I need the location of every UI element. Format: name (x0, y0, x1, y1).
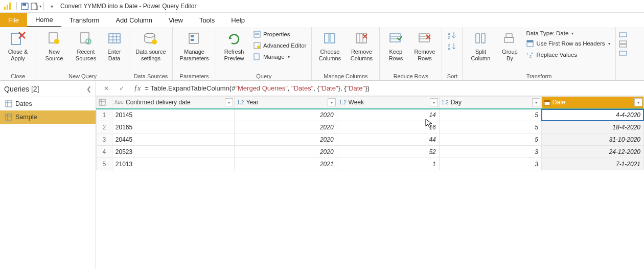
filter-icon[interactable]: ▾ (430, 98, 438, 106)
cell[interactable]: 1 (337, 158, 439, 170)
keep-rows-button[interactable]: Keep Rows (383, 29, 408, 62)
fx-icon[interactable]: ƒx (134, 84, 141, 93)
group-by-button[interactable]: Group By (497, 29, 522, 62)
qat-customize-icon[interactable]: ▾ (46, 1, 57, 11)
recent-sources-icon (77, 30, 95, 48)
save-icon[interactable] (19, 1, 30, 11)
cell[interactable]: 20445 (112, 133, 235, 146)
cell[interactable]: 4-4-2020 (541, 109, 643, 121)
enter-data-button[interactable]: Enter Data (103, 29, 126, 62)
remove-rows-button[interactable]: Remove Rows (410, 29, 439, 62)
svg-point-16 (145, 33, 155, 37)
tab-view[interactable]: View (160, 13, 191, 27)
filter-icon[interactable]: ▾ (634, 98, 642, 106)
collapse-panel-icon[interactable]: ❮ (86, 85, 91, 93)
table-row[interactable]: 5210132021137-1-2021 (97, 158, 644, 170)
cell[interactable]: 20145 (112, 109, 235, 121)
data-source-settings-button[interactable]: Data source settings (132, 29, 169, 62)
formula-input[interactable]: = Table.ExpandTableColumn(#"Merged Queri… (145, 84, 641, 92)
cell[interactable]: 5 (439, 109, 541, 121)
cell[interactable]: 21013 (112, 158, 235, 170)
svg-rect-9 (81, 33, 89, 43)
column-header-year[interactable]: 1.2Year▾ (235, 97, 337, 109)
tab-add-column[interactable]: Add Column (107, 13, 160, 27)
svg-rect-47 (527, 40, 533, 42)
close-apply-button[interactable]: Close & Apply (3, 29, 33, 62)
data-type-button[interactable]: Data Type: Date▾ (524, 29, 612, 37)
grid-corner[interactable] (97, 97, 112, 109)
advanced-editor-button[interactable]: Advanced Editor (251, 40, 308, 51)
recent-sources-label: Recent Sources (76, 49, 96, 61)
cell[interactable]: 20165 (112, 121, 235, 133)
table-icon (5, 114, 12, 121)
row-number[interactable]: 5 (97, 158, 112, 170)
cell[interactable]: 2020 (235, 133, 337, 146)
manage-button[interactable]: Manage▾ (251, 52, 308, 62)
cancel-formula-icon[interactable]: ✕ (99, 83, 113, 94)
table-row[interactable]: 220165202016518-4-2020 (97, 121, 644, 133)
query-item-dates[interactable]: Dates (0, 97, 96, 110)
cell[interactable]: 3 (439, 146, 541, 158)
combine-files-icon[interactable] (619, 50, 628, 57)
column-header-day[interactable]: 1.2Day▾ (439, 97, 541, 109)
cell[interactable]: 2020 (235, 121, 337, 133)
merge-queries-icon[interactable] (619, 31, 628, 38)
properties-button[interactable]: Properties (251, 29, 308, 39)
cell[interactable]: 52 (337, 146, 439, 158)
cell[interactable]: 2020 (235, 146, 337, 158)
filter-icon[interactable]: ▾ (532, 98, 540, 106)
tab-home[interactable]: Home (27, 13, 61, 27)
cell[interactable]: 5 (439, 121, 541, 133)
cell[interactable]: 2021 (235, 158, 337, 170)
cell[interactable]: 14 (337, 109, 439, 121)
tab-help[interactable]: Help (223, 13, 253, 27)
apply-icon[interactable]: ▾ (30, 1, 41, 11)
tab-file[interactable]: File (0, 13, 27, 27)
new-source-button[interactable]: New Source (39, 29, 69, 62)
remove-columns-button[interactable]: Remove Columns (347, 29, 376, 62)
cell[interactable]: 44 (337, 133, 439, 146)
filter-icon[interactable]: ▾ (328, 98, 336, 106)
cell[interactable]: 18-4-2020 (541, 121, 643, 133)
cell[interactable]: 16 (337, 121, 439, 133)
cell[interactable]: 2020 (235, 109, 337, 121)
column-header-date[interactable]: Date▾ (541, 97, 643, 109)
group-label-reduce-rows: Reduce Rows (383, 72, 439, 80)
table-row[interactable]: 320445202044531-10-2020 (97, 133, 644, 146)
ribbon-group-sort: AZ ZA Sort (442, 27, 463, 80)
sort-asc-button[interactable]: AZ (448, 31, 457, 39)
formula-text: "Merged Queries" (235, 84, 287, 92)
cell[interactable]: 31-10-2020 (541, 133, 643, 146)
row-number[interactable]: 1 (97, 109, 112, 121)
tab-tools[interactable]: Tools (191, 13, 223, 27)
title-bar: ▾ ▾ Convert YYMMD into a Date - Power Qu… (0, 0, 644, 13)
column-header-week[interactable]: 1.2Week▾ (337, 97, 439, 109)
column-label: Year (246, 99, 258, 106)
replace-values-button[interactable]: 12 Replace Values (524, 50, 612, 60)
cell[interactable]: 24-12-2020 (541, 146, 643, 158)
row-number[interactable]: 2 (97, 121, 112, 133)
column-header-confirmed-delivery-date[interactable]: ABCConfirmed delivery date▾ (112, 97, 235, 109)
use-first-row-button[interactable]: Use First Row as Headers▾ (524, 38, 612, 49)
filter-icon[interactable]: ▾ (225, 98, 233, 106)
table-row[interactable]: 12014520201454-4-2020 (97, 109, 644, 121)
use-first-row-label: Use First Row as Headers (536, 40, 605, 47)
split-column-button[interactable]: Split Column (466, 29, 495, 62)
sort-desc-button[interactable]: ZA (448, 42, 457, 51)
tab-transform[interactable]: Transform (61, 13, 108, 27)
cell[interactable]: 7-1-2021 (541, 158, 643, 170)
manage-parameters-button[interactable]: Manage Parameters (176, 29, 213, 62)
choose-columns-button[interactable]: Choose Columns (315, 29, 344, 62)
data-grid[interactable]: ABCConfirmed delivery date▾ 1.2Year▾ 1.2… (96, 96, 644, 170)
cell[interactable]: 3 (439, 158, 541, 170)
append-queries-icon[interactable] (619, 40, 628, 48)
refresh-preview-button[interactable]: Refresh Preview (219, 29, 249, 62)
row-number[interactable]: 3 (97, 133, 112, 146)
table-row[interactable]: 420523202052324-12-2020 (97, 146, 644, 158)
cell[interactable]: 20523 (112, 146, 235, 158)
accept-formula-icon[interactable]: ✓ (114, 83, 129, 94)
cell[interactable]: 5 (439, 133, 541, 146)
recent-sources-button[interactable]: Recent Sources (71, 29, 101, 62)
row-number[interactable]: 4 (97, 146, 112, 158)
query-item-sample[interactable]: Sample (0, 110, 96, 124)
